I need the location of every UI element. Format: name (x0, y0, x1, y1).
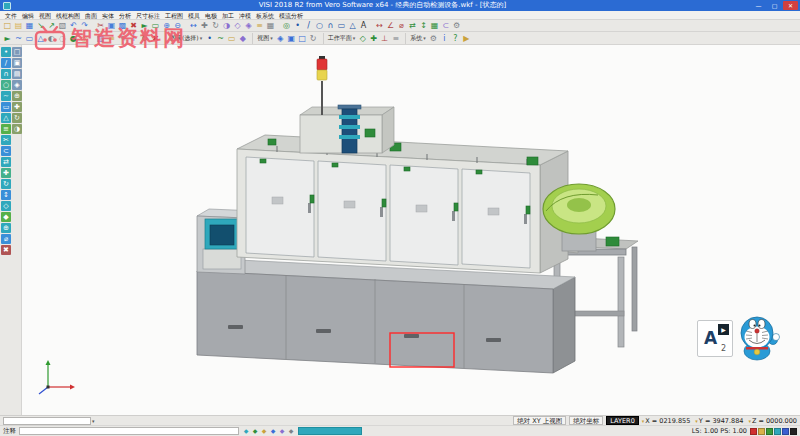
upper-enclosure[interactable] (237, 135, 568, 273)
entity-body-icon[interactable]: ◆ (237, 33, 248, 44)
view-mode-chip[interactable]: 绝对 XY 上视图 (513, 416, 566, 425)
refresh-icon[interactable]: ↻ (139, 33, 150, 44)
layer-icon[interactable]: ≡ (254, 20, 265, 31)
polygon-icon[interactable]: △ (347, 20, 358, 31)
view-compass[interactable]: A ▶ 2 (697, 320, 733, 357)
point-icon[interactable]: • (292, 20, 303, 31)
door-panel-4[interactable] (462, 169, 530, 268)
system-info-icon[interactable]: i (439, 33, 450, 44)
view-front-icon[interactable]: ▣ (12, 58, 22, 68)
snap-toggle-icon[interactable]: ◆ (242, 427, 250, 435)
swatch-blue[interactable] (782, 428, 789, 435)
move-icon[interactable]: ↕ (418, 20, 429, 31)
settings-icon[interactable]: ⚙ (451, 20, 462, 31)
chevron-down-icon[interactable]: ▾ (200, 35, 203, 41)
dimension-icon[interactable]: ↔ (374, 20, 385, 31)
show-all-icon[interactable]: ● (68, 33, 79, 44)
menu-item[interactable]: 工程图 (164, 11, 184, 20)
swatch-yellow[interactable] (758, 428, 765, 435)
entity-face-icon[interactable]: ▭ (226, 33, 237, 44)
track-toggle-icon[interactable]: ◆ (287, 427, 295, 435)
attributes-icon[interactable]: ✎ (117, 33, 128, 44)
measure-icon[interactable]: ⌀ (396, 20, 407, 31)
door-latch[interactable] (310, 195, 314, 203)
trim-tool-icon[interactable]: ✂ (1, 135, 11, 145)
layer-manager-icon[interactable]: ≡ (106, 33, 117, 44)
mirror-icon[interactable]: ⇄ (407, 20, 418, 31)
invert-select-icon[interactable]: ◐ (46, 33, 57, 44)
door-panel-3[interactable] (390, 165, 458, 265)
toolbar-group-label[interactable]: 图素(选择) (170, 34, 199, 43)
chevron-down-icon[interactable]: ▾ (423, 35, 426, 41)
drawer-handle[interactable] (316, 329, 331, 333)
view-iso-icon[interactable]: ◈ (275, 33, 286, 44)
view-front-icon[interactable]: □ (297, 33, 308, 44)
spline-tool-icon[interactable]: ~ (1, 91, 11, 101)
menu-item[interactable]: 模具 (187, 11, 201, 20)
entity-point-icon[interactable]: • (204, 33, 215, 44)
view-rotate-icon[interactable]: ↻ (308, 33, 319, 44)
base-cabinet[interactable] (197, 259, 575, 373)
polygon-tool-icon[interactable]: △ (1, 113, 11, 123)
toolbar-group-label[interactable]: 系统 (410, 34, 422, 43)
redo-icon[interactable]: ↷ (79, 20, 90, 31)
view-top-icon[interactable]: ▣ (286, 33, 297, 44)
3d-viewport[interactable]: A ▶ 2 (22, 45, 800, 415)
view-iso-icon[interactable]: ◈ (12, 80, 22, 90)
grid-toggle-icon[interactable]: ◆ (251, 427, 259, 435)
zoom-out-icon[interactable]: ⊖ (172, 20, 183, 31)
select-window-icon[interactable]: ▭ (150, 20, 161, 31)
plane-align-icon[interactable]: ⊥ (379, 33, 390, 44)
coordinate-mode-chip[interactable]: 绝对坐标 (569, 416, 603, 425)
menu-item[interactable]: 模流分析 (278, 11, 304, 20)
fillet-tool-icon[interactable]: ⊂ (1, 146, 11, 156)
view-top-icon[interactable]: □ (12, 47, 22, 57)
delete-icon[interactable]: ✖ (128, 20, 139, 31)
swatch-cyan[interactable] (774, 428, 781, 435)
hide-icon[interactable]: ◌ (57, 33, 68, 44)
plane-list-icon[interactable]: ≡ (390, 33, 401, 44)
menu-item[interactable]: 文件 (4, 11, 18, 20)
note-input[interactable] (19, 427, 239, 435)
swatch-red[interactable] (750, 428, 757, 435)
menu-item[interactable]: 实体 (101, 11, 115, 20)
play-icon[interactable]: ▶ (718, 324, 729, 335)
entity-curve-icon[interactable]: ~ (215, 33, 226, 44)
pan-icon[interactable]: ✚ (199, 20, 210, 31)
door-latch[interactable] (526, 206, 530, 214)
cut-icon[interactable]: ✂ (95, 20, 106, 31)
maximize-button[interactable]: ▢ (767, 1, 782, 10)
open-file-icon[interactable]: ▤ (13, 20, 24, 31)
select-icon[interactable]: ► (139, 20, 150, 31)
menu-item[interactable]: 曲面 (84, 11, 98, 20)
pan-view-icon[interactable]: ✚ (12, 102, 22, 112)
swatch-green[interactable] (766, 428, 773, 435)
scale-tool-icon[interactable]: ↕ (1, 190, 11, 200)
drawer-handle[interactable] (404, 334, 419, 338)
undo-icon[interactable]: ↶ (68, 20, 79, 31)
layer-toggle-icon[interactable]: ◆ (278, 427, 286, 435)
mirror-tool-icon[interactable]: ⇄ (1, 157, 11, 167)
system-help-icon[interactable]: ? (450, 33, 461, 44)
drawer-handle[interactable] (228, 325, 243, 329)
color-icon[interactable]: ▨ (95, 33, 106, 44)
line-icon[interactable]: / (303, 20, 314, 31)
boolean-tool-icon[interactable]: ⊕ (1, 223, 11, 233)
menu-item[interactable]: 冲模 (238, 11, 252, 20)
chevron-down-icon[interactable]: ▾ (353, 35, 356, 41)
close-button[interactable]: ✕ (783, 1, 798, 10)
view-right-icon[interactable]: ▤ (12, 69, 22, 79)
3d-scene[interactable] (22, 45, 800, 415)
active-layer-chip[interactable]: LAYER0 (606, 416, 638, 425)
circle-tool-icon[interactable]: ○ (1, 80, 11, 90)
pick-icon[interactable]: ► (2, 33, 13, 44)
window-select-icon[interactable]: ▭ (24, 33, 35, 44)
isolate-icon[interactable]: ◎ (79, 33, 90, 44)
angle-icon[interactable]: ∠ (385, 20, 396, 31)
array-icon[interactable]: ▦ (429, 20, 440, 31)
system-macro-icon[interactable]: ▶ (461, 33, 472, 44)
print-icon[interactable]: ▧ (57, 20, 68, 31)
zoom-fit-icon[interactable]: ⊕ (12, 91, 22, 101)
toolbar-group-label[interactable]: 视图 (257, 34, 269, 43)
zoom-fit-icon[interactable]: ↔ (188, 20, 199, 31)
